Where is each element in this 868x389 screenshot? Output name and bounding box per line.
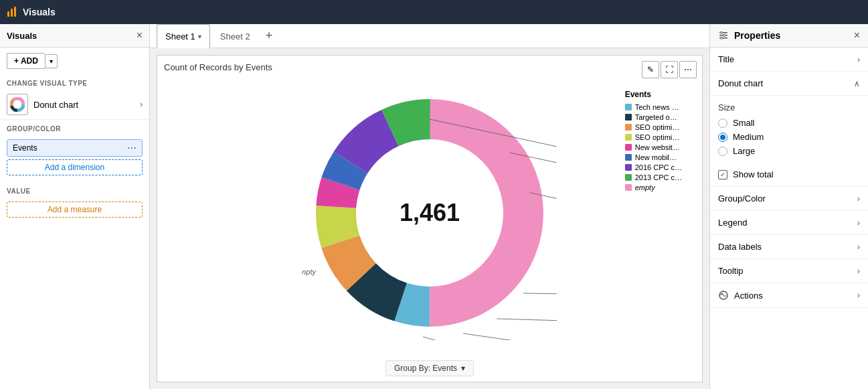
legend-color-8 — [625, 174, 632, 181]
svg-line-28 — [463, 333, 557, 340]
left-panel-close-button[interactable]: × — [137, 29, 143, 42]
svg-point-7 — [13, 100, 21, 108]
size-option-small[interactable]: Small — [718, 118, 860, 128]
prop-tooltip-chevron-icon: › — [857, 266, 860, 276]
visual-type-name: Donut chart — [33, 100, 78, 110]
legend-title: Events — [625, 90, 682, 99]
legend-item-empty: empty — [625, 183, 682, 191]
left-panel-title: Visuals — [7, 31, 37, 41]
visual-type-info: Donut chart — [7, 94, 78, 115]
actions-icon — [718, 290, 729, 301]
center-content: Sheet 1 ▾ Sheet 2 + Count of Records by … — [150, 24, 709, 389]
field-chip-menu-icon[interactable]: ⋯ — [127, 143, 137, 153]
value-label: VALUE — [0, 182, 149, 198]
legend-label-empty: empty — [635, 183, 655, 191]
legend-label-1: Tech news … — [635, 103, 679, 111]
prop-section-legend-header[interactable]: Legend › — [710, 211, 868, 234]
donut-chart-svg: Tech news features SEO optimization v2 S… — [302, 86, 557, 340]
donut-icon — [10, 97, 25, 112]
prop-legend-label: Legend — [718, 218, 747, 228]
size-label: Size — [718, 102, 860, 112]
svg-text:empty: empty — [302, 268, 317, 276]
add-main-button[interactable]: + ADD — [7, 53, 45, 69]
group-color-label: GROUP/COLOR — [0, 120, 149, 135]
show-total-label: Show total — [733, 169, 774, 179]
svg-point-37 — [723, 34, 725, 36]
prop-section-donut: Donut chart ∧ Size Small Medium — [710, 72, 868, 187]
chart-body: Tech news features SEO optimization v2 S… — [164, 76, 695, 349]
chart-title: Count of Records by Events — [164, 62, 695, 72]
legend-item-1: Tech news … — [625, 103, 682, 111]
svg-rect-2 — [14, 7, 16, 17]
prop-title-chevron-icon: › — [857, 55, 860, 64]
actions-label: Actions — [734, 291, 763, 301]
right-panel-close-button[interactable]: × — [854, 29, 860, 42]
donut-container: Tech news features SEO optimization v2 S… — [302, 86, 557, 340]
legend-label-2: Targeted o… — [635, 113, 677, 121]
properties-icon — [718, 30, 729, 41]
add-measure-button[interactable]: Add a measure — [7, 202, 143, 218]
legend-color-1 — [625, 104, 632, 110]
size-medium-radio[interactable] — [718, 133, 727, 142]
group-by-chevron-icon: ▾ — [461, 364, 465, 373]
legend-color-3 — [625, 124, 632, 131]
group-by-label: Group By: Events — [394, 364, 457, 373]
prop-section-group-color: Group/Color › — [710, 187, 868, 211]
sheet-1-label: Sheet 1 — [165, 31, 195, 42]
svg-rect-1 — [11, 9, 13, 17]
prop-section-actions: Actions › — [710, 283, 868, 308]
svg-line-26 — [497, 319, 557, 327]
logo-icon — [7, 6, 19, 18]
sheet-1-arrow-icon[interactable]: ▾ — [198, 33, 201, 40]
prop-donut-chevron-icon: ∧ — [854, 79, 860, 88]
prop-section-donut-header[interactable]: Donut chart ∧ — [710, 72, 868, 96]
prop-section-donut-body: Size Small Medium Large — [710, 96, 868, 163]
actions-row[interactable]: Actions › — [710, 283, 868, 307]
show-total-row: ✓ Show total — [710, 163, 868, 186]
legend-color-6 — [625, 154, 632, 161]
size-large-radio[interactable] — [718, 147, 727, 156]
prop-section-tooltip-header[interactable]: Tooltip › — [710, 259, 868, 283]
svg-rect-0 — [7, 11, 9, 17]
show-total-checkbox[interactable]: ✓ — [718, 170, 727, 179]
svg-point-38 — [721, 37, 723, 39]
sheet-tab-1[interactable]: Sheet 1 ▾ — [157, 24, 210, 48]
add-sheet-button[interactable]: + — [260, 29, 278, 43]
prop-data-labels-label: Data labels — [718, 242, 762, 252]
sheet-2-label: Sheet 2 — [220, 31, 250, 42]
checkbox-check-icon: ✓ — [720, 171, 725, 178]
field-chip-label: Events — [13, 143, 37, 153]
size-option-large[interactable]: Large — [718, 146, 860, 156]
group-by-bar[interactable]: Group By: Events ▾ — [385, 360, 474, 376]
left-panel: Visuals × + ADD ▾ CHANGE VISUAL TYPE — [0, 24, 150, 389]
add-button-group: + ADD ▾ — [7, 53, 143, 69]
size-options: Small Medium Large — [718, 118, 860, 156]
prop-section-title: Title › — [710, 48, 868, 72]
legend-label-5: New websit… — [635, 143, 680, 151]
prop-donut-label: Donut chart — [718, 78, 763, 88]
size-small-radio[interactable] — [718, 119, 727, 128]
legend-item-8: 2013 CPC c… — [625, 173, 682, 181]
visual-type-row[interactable]: Donut chart › — [0, 90, 149, 120]
prop-section-data-labels-header[interactable]: Data labels › — [710, 235, 868, 258]
app-title: Visuals — [23, 7, 56, 17]
legend-label-8: 2013 CPC c… — [635, 173, 682, 181]
prop-group-color-chevron-icon: › — [857, 194, 860, 204]
size-medium-label: Medium — [733, 132, 764, 142]
prop-section-title-header[interactable]: Title › — [710, 48, 868, 71]
group-section: Events ⋯ Add a dimension — [0, 135, 149, 182]
add-dimension-button[interactable]: Add a dimension — [7, 159, 143, 175]
top-bar: Visuals — [0, 0, 868, 24]
prop-section-data-labels: Data labels › — [710, 235, 868, 259]
prop-section-group-color-header[interactable]: Group/Color › — [710, 187, 868, 210]
svg-point-17 — [357, 141, 502, 285]
sheet-tab-2[interactable]: Sheet 2 — [211, 24, 259, 48]
size-large-label: Large — [733, 146, 755, 156]
chart-card: Count of Records by Events ✎ ⛶ ⋯ — [157, 55, 703, 382]
main-layout: Visuals × + ADD ▾ CHANGE VISUAL TYPE — [0, 24, 868, 389]
value-section: Add a measure — [0, 198, 149, 222]
add-dropdown-button[interactable]: ▾ — [45, 54, 58, 68]
events-field-chip[interactable]: Events ⋯ — [7, 139, 143, 157]
prop-title-label: Title — [718, 54, 734, 64]
size-option-medium[interactable]: Medium — [718, 132, 860, 142]
